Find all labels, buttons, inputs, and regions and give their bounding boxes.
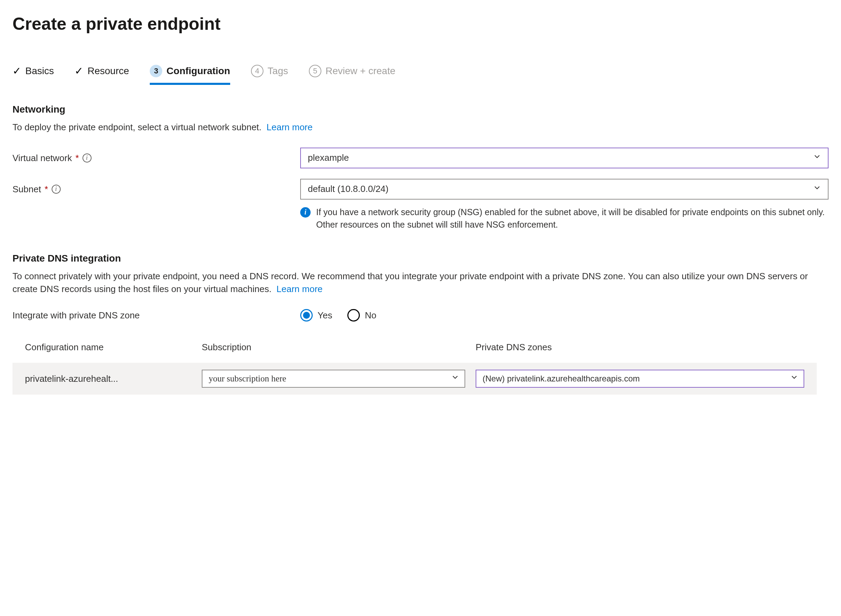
chevron-down-icon [451,373,460,385]
virtual-network-select[interactable]: plexample [300,148,829,169]
label-text: Integrate with private DNS zone [12,309,140,321]
subnet-select[interactable]: default (10.8.0.0/24) [300,179,829,199]
radio-no[interactable]: No [347,309,376,321]
required-asterisk: * [44,183,48,195]
tab-resource[interactable]: ✓ Resource [75,64,129,85]
subnet-info-text: If you have a network security group (NS… [316,206,829,231]
col-header-zones: Private DNS zones [476,341,804,353]
integrate-dns-radio-group: Yes No [300,309,829,321]
check-icon: ✓ [75,64,83,78]
subnet-label: Subnet * i [12,179,297,195]
step-number-badge: 3 [150,65,162,77]
col-header-subscription: Subscription [202,341,465,353]
description-text: To connect privately with your private e… [12,271,808,294]
page-title: Create a private endpoint [12,12,829,36]
info-icon[interactable]: i [82,154,91,163]
check-icon: ✓ [12,64,21,78]
tab-label: Basics [25,64,54,78]
subnet-info-callout: i If you have a network security group (… [300,206,829,231]
section-heading-networking: Networking [12,103,829,116]
cell-config-name: privatelink-azurehealt... [25,373,191,385]
tab-configuration[interactable]: 3 Configuration [150,64,230,85]
step-number-badge: 4 [251,65,263,77]
info-icon[interactable]: i [51,185,61,194]
label-text: Virtual network [12,152,72,164]
field-virtual-network: Virtual network * i plexample [12,148,829,169]
subscription-select[interactable]: your subscription here [202,370,465,388]
tab-tags[interactable]: 4 Tags [251,64,288,85]
learn-more-link[interactable]: Learn more [266,122,313,132]
chevron-down-icon [813,151,822,164]
radio-label: Yes [318,309,332,321]
dns-zone-select[interactable]: (New) privatelink.azurehealthcareapis.co… [476,370,804,388]
required-asterisk: * [76,152,79,164]
section-heading-dns: Private DNS integration [12,252,829,265]
tab-basics[interactable]: ✓ Basics [12,64,54,85]
select-value: default (10.8.0.0/24) [308,183,389,195]
chevron-down-icon [790,373,799,385]
select-value: your subscription here [209,373,286,384]
info-icon: i [300,207,310,217]
radio-label: No [365,309,376,321]
virtual-network-label: Virtual network * i [12,148,297,164]
section-description-dns: To connect privately with your private e… [12,270,817,295]
tab-review-create[interactable]: 5 Review + create [309,64,396,85]
section-description-networking: To deploy the private endpoint, select a… [12,121,817,133]
table-header: Configuration name Subscription Private … [25,337,804,362]
tab-label: Tags [268,64,288,78]
label-text: Subnet [12,183,41,195]
radio-icon [347,309,360,321]
radio-icon [300,309,313,321]
integrate-dns-label: Integrate with private DNS zone [12,309,297,321]
step-number-badge: 5 [309,65,321,77]
tab-label: Review + create [325,64,396,78]
chevron-down-icon [813,183,822,195]
tab-label: Configuration [166,64,230,78]
learn-more-link[interactable]: Learn more [276,284,323,294]
tab-label: Resource [87,64,129,78]
select-value: plexample [308,151,349,164]
table-row: privatelink-azurehealt... your subscript… [12,363,817,395]
dns-zones-table: Configuration name Subscription Private … [12,337,817,394]
wizard-steps: ✓ Basics ✓ Resource 3 Configuration 4 Ta… [12,64,829,85]
col-header-config-name: Configuration name [25,341,191,353]
select-value: (New) privatelink.azurehealthcareapis.co… [482,373,640,384]
radio-yes[interactable]: Yes [300,309,332,321]
field-integrate-dns: Integrate with private DNS zone Yes No [12,309,829,321]
field-subnet: Subnet * i default (10.8.0.0/24) i If yo… [12,179,829,231]
description-text: To deploy the private endpoint, select a… [12,122,262,132]
